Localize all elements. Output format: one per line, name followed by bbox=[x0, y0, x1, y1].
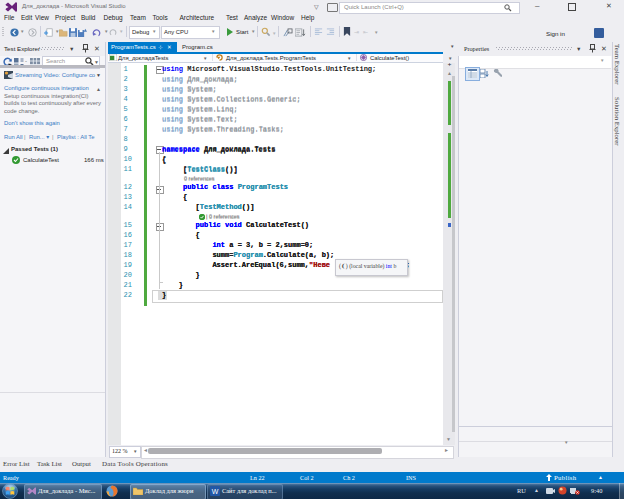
svg-text:W: W bbox=[212, 488, 219, 495]
